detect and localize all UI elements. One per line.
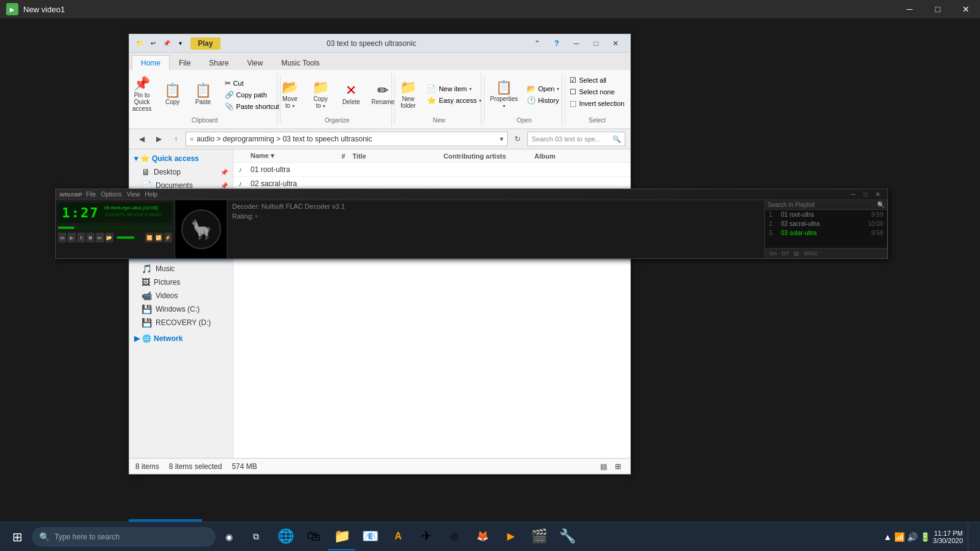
col-album-header[interactable]: Album [535,152,626,160]
taskbar-app-edge[interactable]: 🌐 [272,523,299,550]
col-name-header[interactable]: Name ▾ [251,152,342,160]
copy-path-button[interactable]: 🔗 Copy path [221,89,283,100]
winamp-equalizer-button[interactable]: ⚡ [164,233,172,242]
sidebar-item-videos[interactable]: 📹 Videos [129,289,233,302]
path-dropdown-icon[interactable]: ▾ [500,135,503,143]
winamp-seek-bar[interactable] [58,227,172,229]
taskbar-app-vlc[interactable]: ▶ [497,523,524,550]
invert-selection-button[interactable]: ⬚ Invert selection [566,98,628,109]
copy-button[interactable]: 📋 Copy [157,81,188,108]
select-none-button[interactable]: ☐ Select none [566,86,628,97]
qat-dropdown[interactable]: ▾ [175,38,186,49]
col-artist-header[interactable]: Contributing artists [443,152,535,160]
winamp-play-button[interactable]: ▶ [67,233,75,242]
pl-dt-button[interactable]: DT [780,250,791,257]
file-row-0[interactable]: ♪ 01 root-ultra [233,163,630,177]
properties-button[interactable]: 📋 Properties ▾ [485,78,523,111]
winamp-menu-help[interactable]: Help [145,191,158,198]
taskbar-app-7[interactable]: ◎ [441,523,468,550]
help-button[interactable]: ? [547,37,567,50]
winamp-prev-button[interactable]: ⏮ [58,233,66,242]
winamp-close-button[interactable]: ✕ [872,190,884,199]
systray-volume-icon[interactable]: 🔊 [907,532,918,542]
paste-button[interactable]: 📋 Paste [188,81,219,108]
taskbar-app-tool[interactable]: 🔧 [554,523,581,550]
qat-pin[interactable]: 📌 [161,38,172,49]
delete-button[interactable]: ✕ Delete [336,81,366,108]
file-list-header[interactable]: Name ▾ # Title Contributing artists Albu… [233,149,630,163]
explorer-close-button[interactable]: ✕ [606,37,625,50]
systray-battery-icon[interactable]: 🔋 [920,532,930,542]
pin-to-quick-access-button[interactable]: 📌 Pin to Quickaccess [127,75,157,114]
winamp-menu-file[interactable]: File [86,191,96,198]
explorer-window-controls[interactable]: ⌃ ? ─ □ ✕ [527,37,625,50]
sidebar-item-pictures[interactable]: 🖼 Pictures [129,276,233,289]
taskbar-app-store[interactable]: 🛍 [300,523,327,550]
tab-music-tools[interactable]: Music Tools [272,55,328,70]
bg-close-button[interactable]: ✕ [952,0,980,18]
move-to-button[interactable]: 📂 Moveto ▾ [274,78,305,111]
winamp-stop-button[interactable]: ⏹ [86,233,94,242]
qat-undo[interactable]: ↩ [148,38,159,49]
tab-file[interactable]: File [170,55,200,70]
address-path[interactable]: « audio > deprogramming > 03 text to spe… [186,132,508,146]
select-all-button[interactable]: ☑ Select all [566,75,628,86]
pl-go-button[interactable]: Go [767,250,778,257]
explorer-minimize-button[interactable]: ─ [567,37,586,50]
copy-to-button[interactable]: 📁 Copyto ▾ [305,78,336,111]
sidebar-item-desktop-quick[interactable]: 🖥 Desktop 📌 [129,165,233,179]
winamp-menu-options[interactable]: Options [101,191,122,198]
sidebar-item-recovery-d[interactable]: 💾 RECOVERY (D:) [129,316,233,329]
forward-button[interactable]: ▶ [151,132,166,146]
history-button[interactable]: 🕐 History [523,95,564,106]
winamp-repeat-button[interactable]: 🔁 [154,233,162,242]
winamp-playlist-item-2[interactable]: 3. 03 solar-ultra 9:58 [765,228,887,238]
winamp-maximize-button[interactable]: □ [859,190,872,199]
winamp-menu-view[interactable]: View [127,191,140,198]
easy-access-button[interactable]: ⭐ Easy access ▾ [423,95,485,106]
up-button[interactable]: ↑ [168,132,183,146]
taskbar-app-firefox[interactable]: 🦊 [469,523,496,550]
search-box[interactable]: Search 03 text to spe... 🔍 [527,132,625,146]
winamp-minimize-button[interactable]: ─ [847,190,859,199]
pl-misc-button[interactable]: ▤ [792,250,801,257]
taskbar-app-tripadvisor[interactable]: ✈ [413,523,440,550]
cut-button[interactable]: ✂ Cut [221,78,283,89]
winamp-window-controls[interactable]: ─ □ ✕ [847,190,884,199]
large-icons-view-button[interactable]: ⊞ [612,460,624,473]
winamp-open-button[interactable]: 📂 [105,233,113,242]
details-view-button[interactable]: ▤ [597,460,609,473]
pl-misc2-button[interactable]: MISC [802,250,820,257]
task-view-button[interactable]: ⧉ [243,523,270,550]
taskbar-search-box[interactable]: 🔍 Type here to search [32,527,216,547]
winamp-volume-slider[interactable] [117,236,141,239]
taskbar-clock[interactable]: 11:17 PM 3/30/2020 [933,530,963,544]
taskbar-app-amazon[interactable]: A [385,523,412,550]
systray-network-icon[interactable]: 📶 [894,532,905,542]
new-folder-button[interactable]: 📁 Newfolder [393,78,423,111]
cortana-button[interactable]: ◉ [216,523,243,550]
refresh-button[interactable]: ↻ [510,132,525,146]
winamp-playlist-search-input[interactable] [767,201,877,208]
sidebar-item-windows-c[interactable]: 💾 Windows (C:) [129,302,233,316]
tab-share[interactable]: Share [200,55,238,70]
explorer-maximize-button[interactable]: □ [586,37,606,50]
new-item-button[interactable]: 📄 New item ▾ [423,83,485,94]
quick-access-header[interactable]: ▾ ⭐ Quick access [129,152,233,165]
network-header[interactable]: ▶ 🌐 Network [129,332,233,345]
open-button[interactable]: 📂 Open ▾ [523,83,564,94]
winamp-pause-button[interactable]: ⏸ [77,233,85,242]
winamp-next-button[interactable]: ⏭ [96,233,104,242]
start-button[interactable]: ⊞ [2,522,32,552]
winamp-shuffle-button[interactable]: 🔀 [145,233,153,242]
taskbar-app-explorer[interactable]: 📁 [328,523,355,550]
paste-shortcut-button[interactable]: 📎 Paste shortcut [221,101,283,112]
play-tab[interactable]: Play [190,37,221,50]
winamp-playlist-item-1[interactable]: 2. 02 sacral-ultra 10:00 [765,219,887,228]
back-button[interactable]: ◀ [134,132,149,146]
tab-home[interactable]: Home [132,55,170,70]
taskbar-app-mail[interactable]: 📧 [356,523,383,550]
winamp-playlist-item-0[interactable]: 1. 01 root-ultra 9:59 [765,210,887,219]
bg-maximize-button[interactable]: □ [924,0,952,18]
sidebar-item-music[interactable]: 🎵 Music [129,262,233,276]
